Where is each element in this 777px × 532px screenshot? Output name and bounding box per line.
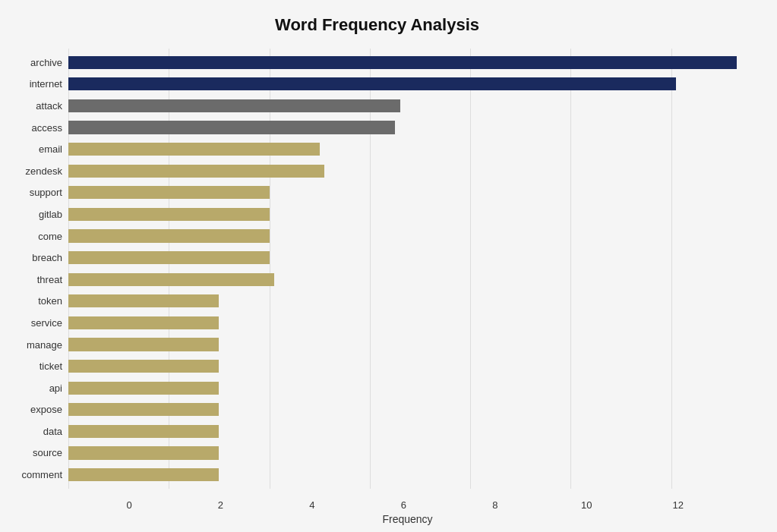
bar-manage (68, 338, 219, 351)
bar-internet (68, 77, 676, 90)
y-label: archive (30, 52, 62, 74)
bar-token (68, 294, 219, 307)
y-label: breach (32, 247, 62, 269)
y-label: token (38, 291, 62, 313)
bar-row (68, 225, 747, 247)
x-axis-ticks: 024681012 (129, 495, 747, 510)
x-tick-12: 12 (672, 499, 683, 511)
y-label: data (43, 420, 62, 442)
y-label: ticket (39, 355, 62, 377)
bar-row (68, 399, 747, 421)
bar-row (68, 74, 747, 96)
bar-gitlab (68, 208, 270, 221)
y-label: access (32, 117, 62, 139)
bar-ticket (68, 360, 219, 373)
chart-area: archiveinternetattackaccessemailzendesks… (8, 49, 747, 489)
x-axis-area: 024681012 Frequency (68, 495, 747, 525)
x-tick-8: 8 (492, 499, 497, 511)
chart-container: Word Frequency Analysis archiveinterneta… (0, 0, 777, 532)
bar-row (68, 203, 747, 225)
y-label: zendesk (26, 160, 62, 182)
grid-and-bars (68, 49, 747, 489)
bar-come (68, 229, 270, 242)
bar-row (68, 312, 747, 334)
bar-api (68, 382, 219, 395)
x-tick-2: 2 (218, 499, 223, 511)
y-label: source (33, 442, 62, 464)
y-label: internet (30, 74, 62, 96)
bar-row (68, 160, 747, 182)
bar-row (68, 334, 747, 356)
y-labels: archiveinternetattackaccessemailzendesks… (8, 49, 68, 489)
bar-expose (68, 403, 219, 416)
bar-row (68, 291, 747, 313)
bar-row (68, 117, 747, 139)
bar-row (68, 182, 747, 204)
x-tick-0: 0 (126, 499, 131, 511)
bar-source (68, 446, 219, 459)
bar-access (68, 121, 395, 134)
bar-comment (68, 468, 219, 481)
y-label: come (38, 225, 62, 247)
y-label: service (31, 312, 62, 334)
bars-and-grid (68, 49, 747, 489)
bar-row (68, 269, 747, 291)
bar-row (68, 52, 747, 74)
x-axis-label: Frequency (68, 513, 747, 525)
bar-service (68, 316, 219, 329)
y-label: api (49, 377, 62, 399)
bar-row (68, 464, 747, 486)
y-label: manage (27, 334, 62, 356)
bar-row (68, 355, 747, 377)
chart-title: Word Frequency Analysis (8, 15, 747, 35)
bar-row (68, 377, 747, 399)
bar-row (68, 95, 747, 117)
bar-archive (68, 56, 737, 69)
x-tick-4: 4 (309, 499, 314, 511)
bar-zendesk (68, 165, 324, 178)
bar-row (68, 442, 747, 464)
x-tick-6: 6 (401, 499, 406, 511)
bar-attack (68, 99, 400, 112)
y-label: gitlab (39, 203, 62, 225)
y-label: email (39, 138, 62, 160)
bar-row (68, 247, 747, 269)
y-label: comment (22, 464, 62, 486)
bar-support (68, 186, 270, 199)
bar-row (68, 138, 747, 160)
bar-threat (68, 273, 274, 286)
bar-breach (68, 251, 270, 264)
x-tick-10: 10 (581, 499, 592, 511)
y-label: support (30, 182, 62, 204)
bar-data (68, 425, 219, 438)
y-label: threat (37, 269, 62, 291)
bar-email (68, 143, 320, 156)
bars-column (68, 49, 747, 489)
bar-row (68, 420, 747, 442)
y-label: attack (36, 95, 62, 117)
y-label: expose (30, 399, 62, 421)
